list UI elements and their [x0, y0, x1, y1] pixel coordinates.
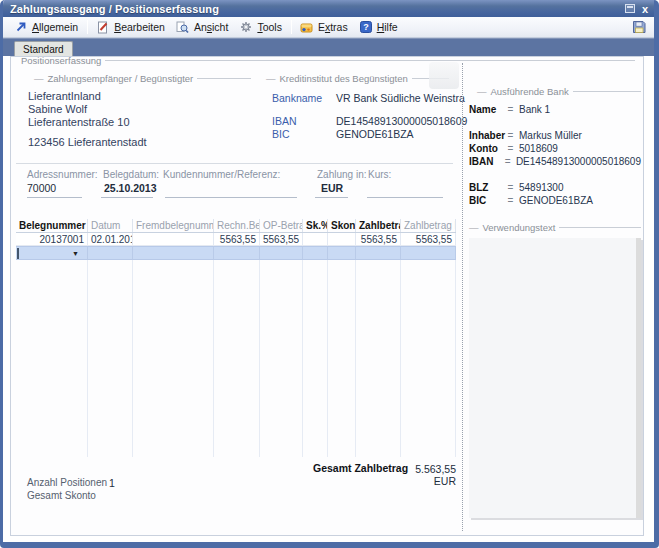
- menu-label: Hilfe: [377, 21, 398, 33]
- exec-bank-row-konto: Konto=5018609: [469, 142, 641, 155]
- field-value[interactable]: 25.10.2013: [104, 182, 157, 194]
- column-header-4[interactable]: OP-Betrag: [260, 219, 303, 232]
- payee-address-line: Lieferantenstraße 10: [28, 116, 147, 129]
- table-header: BelegnummerDatumFremdbelegnummerRechn.Be…: [16, 219, 456, 233]
- group-exec-bank: —Ausführende Bank: [477, 86, 641, 97]
- table-cell: [133, 233, 214, 245]
- menu-separator: [87, 20, 88, 34]
- table-empty-column: [328, 260, 356, 457]
- close-icon[interactable]: x: [642, 4, 648, 14]
- equals-separator: =: [506, 194, 515, 207]
- table-empty-column: [88, 260, 133, 457]
- exec-bank-row-iban: IBAN=DE14548913000005018609: [469, 155, 641, 168]
- window-title: Zahlungsausgang / Positionserfassung: [10, 3, 625, 15]
- skonto-label: Gesamt Skonto: [27, 490, 96, 501]
- usage-scrollbar[interactable]: [636, 238, 641, 518]
- restore-window-icon[interactable]: [625, 4, 635, 13]
- edit-page-icon: [96, 21, 110, 34]
- exec-bank-row-bic: BIC=GENODE61BZA: [469, 194, 641, 207]
- exec-bank-value: Bank 1: [515, 103, 550, 116]
- column-header-8[interactable]: Zahlbetrag Euro: [401, 219, 456, 232]
- table-cell: 02.01.2013: [88, 233, 133, 245]
- equals-separator: =: [503, 155, 511, 168]
- menu-label: Ansicht: [194, 21, 228, 33]
- exec-bank-value: 5018609: [515, 142, 558, 155]
- bank-field-value: GENODE61BZA: [336, 128, 414, 140]
- equals-separator: =: [506, 103, 515, 116]
- bank-field-value: DE14548913000005018609: [336, 115, 467, 127]
- tab-strip: Standard: [3, 38, 654, 56]
- magnifier-icon: [176, 21, 190, 34]
- exec-bank-label: BLZ: [469, 181, 506, 194]
- table-empty-column: [356, 260, 401, 457]
- exec-bank-label: IBAN: [469, 155, 503, 168]
- column-header-2[interactable]: Fremdbelegnummer: [133, 219, 214, 232]
- table-empty-area: [16, 260, 456, 457]
- equals-separator: =: [506, 129, 515, 142]
- field-label: Adressnummer:: [27, 169, 98, 180]
- table-row[interactable]: 2013700102.01.20135563,555563,555563,555…: [16, 233, 456, 246]
- exec-bank-value: Markus Müller: [515, 129, 582, 142]
- menu-label: Extras: [318, 21, 348, 33]
- exec-bank-label: Name: [469, 103, 506, 116]
- field-value[interactable]: 70000: [27, 182, 56, 194]
- svg-text:?: ?: [363, 22, 369, 32]
- arrow-up-right-icon: [14, 21, 28, 34]
- save-button[interactable]: [630, 19, 648, 36]
- table-cell: [401, 247, 456, 259]
- field-label: Zahlung in:: [317, 169, 366, 180]
- field-underline: [165, 197, 297, 198]
- total-label: Gesamt Zahlbetrag: [313, 462, 408, 474]
- table-empty-column: [260, 260, 303, 457]
- dropdown-arrow-icon[interactable]: ▼: [72, 250, 79, 257]
- table-cell: 20137001: [16, 233, 88, 245]
- page-watermark-icon: [429, 62, 459, 89]
- table-cell: [303, 247, 328, 259]
- usage-text-input[interactable]: [469, 238, 641, 518]
- text-caret: [17, 248, 19, 259]
- exec-bank-row-blz: BLZ=54891300: [469, 181, 641, 194]
- column-header-3[interactable]: Rechn.Betrag: [214, 219, 260, 232]
- menu-tools[interactable]: Tools: [234, 19, 288, 36]
- app-window: Zahlungsausgang / Positionserfassung x A…: [0, 0, 659, 548]
- column-header-7[interactable]: Zahlbetrag: [356, 219, 401, 232]
- field-value[interactable]: EUR: [321, 182, 343, 194]
- table-cell: [88, 247, 133, 259]
- menu-allgemein[interactable]: Allgemein: [9, 19, 84, 36]
- exec-bank-label: BIC: [469, 194, 506, 207]
- menu-label: Tools: [257, 21, 282, 33]
- tab-standard[interactable]: Standard: [14, 41, 73, 56]
- table-body: 2013700102.01.20135563,555563,555563,555…: [16, 233, 456, 260]
- divider: [16, 163, 453, 164]
- column-header-5[interactable]: Sk.%: [303, 219, 328, 232]
- menu-extras[interactable]: Extras: [295, 19, 354, 36]
- column-header-6[interactable]: Skonto: [328, 219, 356, 232]
- exec-bank-value: DE14548913000005018609: [512, 155, 641, 168]
- table-cell: [328, 233, 356, 245]
- table-cell: [260, 247, 303, 259]
- table-cell: ▼: [16, 247, 88, 259]
- panel-splitter[interactable]: [462, 63, 463, 531]
- table-cell: [356, 247, 401, 259]
- table-cell: 5563,55: [260, 233, 303, 245]
- group-usage-text: —Verwendungstext: [469, 222, 641, 233]
- column-header-0[interactable]: Belegnummer: [16, 219, 88, 232]
- table-row-selected[interactable]: ▼: [16, 246, 456, 260]
- table-empty-column: [303, 260, 328, 457]
- exec-bank-value: 54891300: [515, 181, 564, 194]
- field-label: Kurs:: [368, 169, 391, 180]
- column-header-1[interactable]: Datum: [88, 219, 133, 232]
- equals-separator: =: [506, 181, 515, 194]
- menu-bearbeiten[interactable]: Bearbeiten: [91, 19, 171, 36]
- field-underline: [315, 197, 348, 198]
- title-bar: Zahlungsausgang / Positionserfassung x: [3, 0, 654, 17]
- menu-ansicht[interactable]: Ansicht: [171, 19, 234, 36]
- bank-field-label: Bankname: [272, 92, 336, 104]
- extras-icon: [300, 21, 314, 34]
- table-cell: [303, 233, 328, 245]
- equals-separator: =: [506, 142, 515, 155]
- table-empty-column: [16, 260, 88, 457]
- menu-hilfe[interactable]: ?Hilfe: [354, 19, 404, 36]
- table-cell: 5563,55: [401, 233, 456, 245]
- help-icon: ?: [359, 21, 373, 34]
